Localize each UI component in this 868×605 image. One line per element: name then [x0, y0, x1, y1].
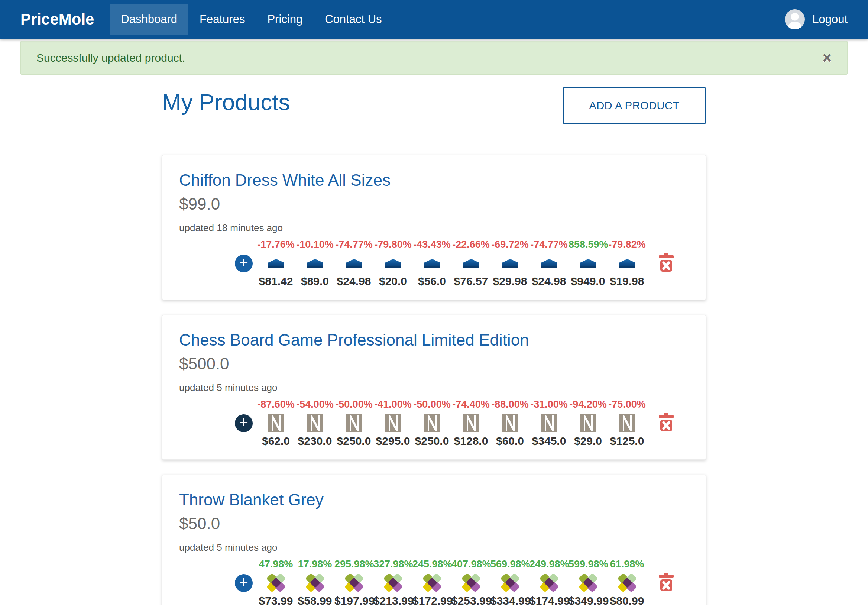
competitor-price: $24.98 — [335, 275, 374, 288]
competitor-strip: + 47.98% $73.99 17.98% $58.99 295.98% $1… — [179, 558, 689, 605]
product-updated: updated 18 minutes ago — [179, 222, 689, 234]
competitor-favicon[interactable] — [423, 254, 441, 272]
store-favicon-letter-n-icon — [618, 414, 636, 432]
user-avatar[interactable] — [785, 9, 805, 29]
nav-item-dashboard[interactable]: Dashboard — [110, 4, 188, 35]
nav-item-features[interactable]: Features — [188, 4, 256, 35]
competitor-column: -69.72% $29.98 — [490, 239, 530, 288]
store-favicon-blue-crown-icon — [423, 254, 441, 272]
competitor-change-percent: -17.76% — [256, 239, 295, 250]
competitor-favicon[interactable] — [540, 574, 558, 592]
competitor-price: $29.0 — [569, 435, 608, 447]
competitor-favicon[interactable] — [345, 414, 363, 432]
competitor-price: $20.0 — [374, 275, 412, 288]
store-favicon-pinwheel-icon — [423, 574, 441, 592]
competitor-price: $345.0 — [530, 435, 569, 447]
competitor-change-percent: -79.80% — [374, 239, 412, 250]
delete-product-button[interactable] — [656, 412, 676, 434]
top-navbar: PriceMole DashboardFeaturesPricingContac… — [0, 0, 868, 39]
competitor-change-percent: 569.98% — [490, 558, 530, 570]
competitor-column: -43.43% $56.0 — [412, 239, 451, 288]
competitor-favicon[interactable] — [462, 414, 480, 432]
nav-item-contact-us[interactable]: Contact Us — [314, 4, 393, 35]
competitor-favicon[interactable] — [501, 574, 519, 592]
competitor-change-percent: -87.60% — [256, 399, 295, 410]
competitor-favicon[interactable] — [618, 414, 636, 432]
competitor-favicon[interactable] — [384, 574, 402, 592]
competitor-change-percent: -54.00% — [295, 399, 335, 410]
product-updated: updated 5 minutes ago — [179, 382, 689, 394]
competitor-favicon[interactable] — [579, 414, 597, 432]
product-title[interactable]: Chess Board Game Professional Limited Ed… — [179, 331, 689, 349]
competitor-favicon[interactable] — [423, 414, 441, 432]
store-favicon-letter-n-icon — [540, 414, 558, 432]
competitor-favicon[interactable] — [579, 254, 597, 272]
add-product-button[interactable]: ADD A PRODUCT — [563, 87, 706, 124]
brand-logo[interactable]: PriceMole — [20, 11, 94, 28]
competitor-column: 47.98% $73.99 — [256, 558, 295, 605]
competitor-favicon[interactable] — [267, 574, 285, 592]
competitor-change-percent: -69.72% — [490, 239, 530, 250]
product-card: Throw Blanket Grey $50.0 updated 5 minut… — [162, 475, 706, 605]
add-competitor-button[interactable]: + — [235, 414, 253, 432]
add-competitor-button[interactable]: + — [235, 254, 253, 272]
store-favicon-pinwheel-icon — [501, 574, 519, 592]
alert-close-button[interactable]: × — [822, 50, 832, 66]
competitor-favicon[interactable] — [267, 254, 285, 272]
product-title[interactable]: Throw Blanket Grey — [179, 490, 689, 509]
competitor-favicon[interactable] — [345, 574, 363, 592]
competitor-favicon[interactable] — [540, 254, 558, 272]
competitor-favicon[interactable] — [267, 414, 285, 432]
competitor-change-percent: 47.98% — [256, 558, 295, 570]
competitor-price: $230.0 — [295, 435, 335, 447]
product-price: $50.0 — [179, 514, 689, 533]
nav-item-pricing[interactable]: Pricing — [256, 4, 314, 35]
add-competitor-button[interactable]: + — [235, 574, 253, 592]
competitor-favicon[interactable] — [306, 254, 324, 272]
delete-product-button[interactable] — [656, 572, 676, 594]
competitor-favicon[interactable] — [306, 414, 324, 432]
competitor-favicon[interactable] — [462, 254, 480, 272]
product-title[interactable]: Chiffon Dress White All Sizes — [179, 171, 689, 189]
competitor-favicon[interactable] — [384, 414, 402, 432]
competitor-price: $949.0 — [569, 275, 608, 288]
store-favicon-blue-crown-icon — [618, 254, 636, 272]
competitor-favicon[interactable] — [423, 574, 441, 592]
competitor-column: -88.00% $60.0 — [490, 399, 530, 447]
page-header: My Products ADD A PRODUCT — [162, 87, 706, 124]
competitor-favicon[interactable] — [618, 574, 636, 592]
competitor-favicon[interactable] — [462, 574, 480, 592]
competitor-price: $76.57 — [451, 275, 490, 288]
competitor-column: 245.98% $172.99 — [412, 558, 451, 605]
competitor-column: -54.00% $230.0 — [295, 399, 335, 447]
competitor-favicon[interactable] — [501, 254, 519, 272]
product-updated: updated 5 minutes ago — [179, 542, 689, 553]
competitor-favicon[interactable] — [618, 254, 636, 272]
competitor-favicon[interactable] — [345, 254, 363, 272]
logout-link[interactable]: Logout — [812, 12, 848, 26]
competitor-change-percent: 295.98% — [335, 558, 374, 570]
competitor-favicon[interactable] — [306, 574, 324, 592]
competitor-column: -31.00% $345.0 — [530, 399, 569, 447]
product-price: $500.0 — [179, 355, 689, 373]
competitor-price: $24.98 — [530, 275, 569, 288]
alert-message: Successfully updated product. — [36, 52, 185, 64]
store-favicon-pinwheel-icon — [540, 574, 558, 592]
competitor-change-percent: 407.98% — [451, 558, 490, 570]
store-favicon-letter-n-icon — [462, 414, 480, 432]
store-favicon-blue-crown-icon — [579, 254, 597, 272]
competitor-favicon[interactable] — [501, 414, 519, 432]
store-favicon-blue-crown-icon — [462, 254, 480, 272]
competitor-column: 327.98% $213.99 — [374, 558, 412, 605]
delete-product-button[interactable] — [656, 252, 676, 275]
competitor-favicon[interactable] — [540, 414, 558, 432]
competitor-change-percent: -31.00% — [530, 399, 569, 410]
competitor-column: -87.60% $62.0 — [256, 399, 295, 447]
competitor-change-percent: 858.59% — [569, 239, 608, 250]
competitor-price: $81.42 — [256, 275, 295, 288]
competitor-column: 569.98% $334.99 — [490, 558, 530, 605]
competitor-favicon[interactable] — [384, 254, 402, 272]
store-favicon-letter-n-icon — [306, 414, 324, 432]
competitor-price: $213.99 — [374, 594, 412, 605]
competitor-favicon[interactable] — [579, 574, 597, 592]
